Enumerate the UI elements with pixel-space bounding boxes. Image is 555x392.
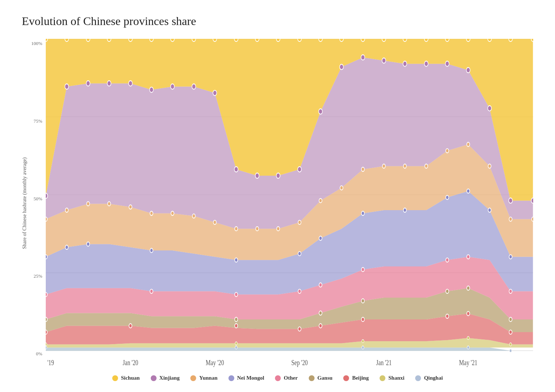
y-ticks: 100% 75% 50% 25% 0% — [31, 39, 46, 368]
svg-point-28 — [509, 198, 513, 203]
qinghai-dot — [415, 375, 421, 381]
svg-point-45 — [361, 39, 365, 41]
svg-point-61 — [193, 214, 195, 218]
gansu-dot — [309, 375, 315, 381]
svg-point-98 — [467, 255, 470, 259]
svg-point-51 — [488, 39, 491, 41]
xinjiang-label: Xinjiang — [159, 375, 180, 381]
svg-point-13 — [192, 84, 196, 89]
svg-point-124 — [467, 346, 469, 349]
svg-point-99 — [509, 289, 512, 294]
svg-point-91 — [46, 292, 47, 297]
svg-point-86 — [404, 208, 406, 212]
svg-point-70 — [382, 164, 385, 168]
svg-text:May '21: May '21 — [459, 358, 478, 367]
svg-point-37 — [192, 39, 196, 41]
svg-point-121 — [46, 346, 47, 349]
svg-point-62 — [214, 220, 216, 225]
svg-point-94 — [298, 289, 301, 294]
svg-point-36 — [171, 39, 174, 41]
svg-point-32 — [86, 39, 90, 41]
svg-point-115 — [509, 317, 512, 322]
svg-point-68 — [340, 186, 343, 190]
legend-item-sichuan: Sichuan — [112, 375, 140, 381]
chart-svg: // This won't execute in SVG context, so… — [46, 39, 533, 368]
svg-text:May '20: May '20 — [206, 358, 224, 367]
yunnan-label: Yunnan — [199, 375, 217, 381]
sichuan-label: Sichuan — [121, 375, 140, 381]
svg-point-47 — [403, 39, 407, 41]
svg-point-95 — [319, 283, 322, 287]
svg-point-50 — [466, 39, 470, 41]
svg-point-48 — [425, 39, 428, 41]
svg-point-66 — [298, 220, 301, 225]
svg-point-120 — [510, 343, 512, 346]
svg-point-26 — [466, 68, 470, 73]
svg-point-10 — [129, 81, 132, 86]
svg-point-29 — [531, 198, 533, 203]
svg-point-6 — [46, 193, 48, 199]
beijing-label: Beijing — [352, 375, 369, 381]
shanxi-label: Shanxi — [388, 375, 404, 381]
svg-point-97 — [446, 258, 449, 262]
svg-point-40 — [255, 39, 259, 41]
svg-point-33 — [108, 39, 111, 41]
svg-point-17 — [276, 173, 280, 179]
svg-point-63 — [235, 226, 238, 231]
svg-point-80 — [87, 242, 90, 246]
svg-point-20 — [340, 64, 343, 70]
legend-item-gansu: Gansu — [309, 375, 333, 381]
svg-point-100 — [46, 330, 47, 334]
svg-point-105 — [361, 317, 364, 322]
svg-point-18 — [298, 167, 301, 172]
svg-point-93 — [235, 292, 238, 297]
svg-point-54 — [46, 217, 47, 221]
svg-text:Sep '19: Sep '19 — [46, 358, 54, 367]
svg-point-102 — [235, 324, 238, 328]
y-axis-label: Share of Chinese hashrate (monthly avera… — [22, 39, 28, 368]
svg-point-116 — [46, 343, 47, 346]
nei-mongol-dot — [228, 375, 234, 381]
svg-point-7 — [65, 84, 69, 89]
svg-point-72 — [425, 164, 428, 168]
main-container: Evolution of Chinese provinces share Sha… — [0, 0, 555, 392]
svg-point-79 — [65, 245, 68, 249]
nei-mongol-label: Nei Mongol — [237, 375, 264, 381]
svg-point-82 — [235, 258, 238, 262]
svg-text:Sep '20: Sep '20 — [291, 358, 308, 367]
svg-point-39 — [234, 39, 238, 41]
svg-point-15 — [234, 167, 238, 172]
legend-item-nei-mongol: Nei Mongol — [228, 375, 264, 381]
svg-point-16 — [255, 173, 259, 179]
svg-point-11 — [150, 87, 153, 93]
page-title: Evolution of Chinese provinces share — [22, 15, 533, 28]
svg-point-89 — [488, 208, 491, 212]
svg-point-67 — [319, 199, 322, 203]
svg-point-92 — [150, 289, 153, 294]
svg-point-46 — [382, 39, 386, 41]
svg-point-103 — [298, 327, 301, 331]
y-tick-50: 50% — [34, 196, 42, 202]
svg-point-44 — [340, 39, 343, 41]
legend-item-shanxi: Shanxi — [380, 375, 404, 381]
svg-point-19 — [319, 109, 323, 114]
xinjiang-dot — [151, 375, 157, 381]
svg-point-117 — [235, 342, 238, 345]
svg-point-108 — [509, 330, 512, 334]
svg-point-38 — [213, 39, 217, 41]
svg-point-58 — [129, 205, 132, 209]
chart-with-yaxis: 100% 75% 50% 25% 0% — [31, 39, 533, 368]
y-tick-75: 75% — [34, 118, 42, 124]
svg-point-107 — [467, 311, 470, 316]
svg-point-23 — [403, 61, 407, 66]
svg-point-76 — [509, 217, 512, 221]
svg-point-49 — [446, 39, 449, 41]
svg-point-59 — [150, 211, 153, 216]
svg-point-73 — [446, 148, 449, 153]
svg-point-122 — [235, 346, 238, 349]
svg-point-64 — [256, 226, 259, 231]
y-tick-100: 100% — [31, 41, 42, 46]
svg-point-9 — [108, 81, 111, 86]
sichuan-dot — [112, 375, 118, 381]
svg-point-78 — [46, 255, 47, 259]
